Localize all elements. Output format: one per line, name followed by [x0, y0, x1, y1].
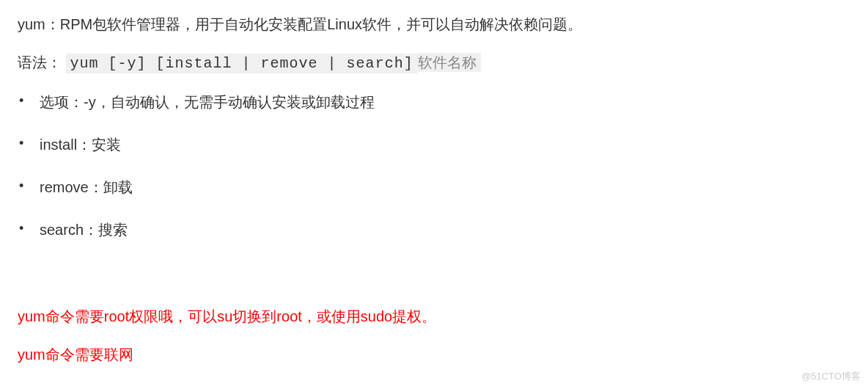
note-network: yum命令需要联网 [18, 343, 850, 366]
options-list: 选项：-y，自动确认，无需手动确认安装或卸载过程 install：安装 remo… [18, 91, 850, 241]
note-root-permission: yum命令需要root权限哦，可以su切换到root，或使用sudo提权。 [18, 305, 850, 327]
notes-block: yum命令需要root权限哦，可以su切换到root，或使用sudo提权。 yu… [18, 305, 850, 366]
syntax-label: 语法： [18, 54, 62, 70]
list-item: search：搜索 [40, 219, 850, 241]
list-item: install：安装 [40, 134, 850, 156]
syntax-line: 语法： yum [-y] [install | remove | search]… [18, 51, 850, 75]
list-item: remove：卸载 [40, 176, 850, 198]
list-item: 选项：-y，自动确认，无需手动确认安装或卸载过程 [40, 91, 850, 113]
syntax-argument: 软件名称 [418, 53, 481, 72]
watermark: @51CTO博客 [801, 369, 861, 384]
syntax-code: yum [-y] [install | remove | search] [66, 54, 418, 73]
intro-paragraph: yum：RPM包软件管理器，用于自动化安装配置Linux软件，并可以自动解决依赖… [18, 13, 850, 35]
